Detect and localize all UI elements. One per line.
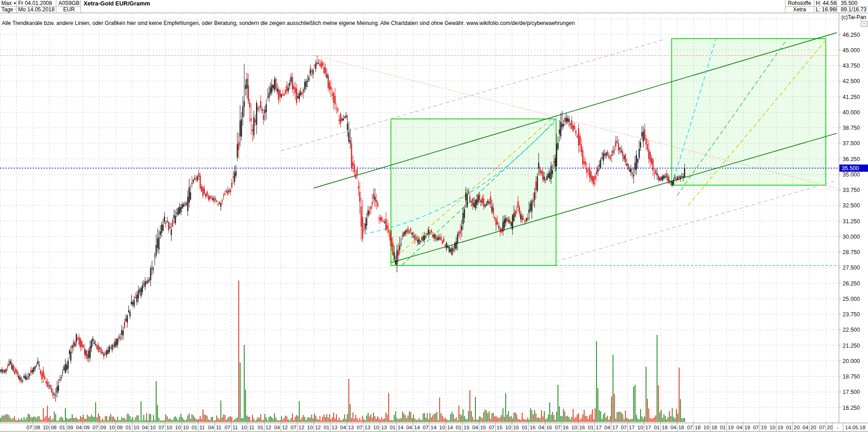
time-tick-label: 10 bbox=[175, 425, 181, 430]
time-tick-label: 10 bbox=[167, 425, 173, 430]
price-tick-label: 40.000 bbox=[843, 109, 860, 116]
time-tick-label: 07 bbox=[621, 425, 627, 430]
price-tick-label: 36.250 bbox=[843, 156, 860, 162]
time-tick-label: 17 bbox=[612, 425, 618, 430]
time-tick-label: 12 bbox=[282, 425, 288, 430]
time-tick-label: 14 bbox=[414, 425, 420, 430]
time-tick-label: 19 bbox=[728, 425, 734, 430]
time-tick-label: 07 bbox=[423, 425, 429, 430]
time-tick-label: 04 bbox=[340, 425, 346, 430]
time-tick-label: 07 bbox=[489, 425, 495, 430]
time-tick-label: 11 bbox=[216, 425, 222, 430]
time-tick-label: 07 bbox=[26, 425, 32, 430]
time-tick-label: 13 bbox=[381, 425, 387, 430]
time-tick-label: 14 bbox=[447, 425, 453, 430]
time-tick-label: 14 bbox=[431, 425, 437, 430]
time-tick-label: 10 bbox=[572, 425, 577, 430]
time-tick-label: 07 bbox=[291, 425, 296, 430]
time-tick-label: 07 bbox=[687, 425, 693, 430]
price-tick-label: 26.250 bbox=[843, 280, 860, 287]
time-tick-label: 18 bbox=[711, 425, 717, 430]
time-tick-label: 13 bbox=[348, 425, 354, 430]
trend-channel-boxes[interactable] bbox=[391, 39, 826, 265]
time-tick-label: 07 bbox=[158, 425, 164, 430]
time-tick-label: 01 bbox=[654, 425, 660, 430]
time-tick-label: 12 bbox=[266, 425, 271, 430]
price-tick-label: 41.250 bbox=[843, 94, 860, 100]
time-tick-label: 19 bbox=[745, 425, 750, 430]
time-tick-label: 04 bbox=[736, 425, 742, 430]
time-tick-label: 10 bbox=[133, 425, 139, 430]
time-tick-label: 15 bbox=[513, 425, 519, 430]
time-tick-label: 04 bbox=[274, 425, 280, 430]
price-tick-label: 23.750 bbox=[843, 311, 860, 318]
time-axis[interactable]: 0708100801090409070910090110041007101010… bbox=[0, 422, 868, 432]
time-tick-label: 04 bbox=[406, 425, 412, 430]
time-tick-label: 01 bbox=[522, 425, 528, 430]
plot-area[interactable] bbox=[0, 33, 839, 422]
trend-box-2018-2020[interactable] bbox=[672, 39, 826, 185]
time-tick-label: 01 bbox=[125, 425, 131, 430]
time-tick-label: 16 bbox=[579, 425, 585, 430]
last-price-badge-text: 35.500 bbox=[842, 165, 859, 172]
time-tick-label: 13 bbox=[331, 425, 337, 430]
time-tick-label: 04 bbox=[472, 425, 478, 430]
time-tick-label: 01 bbox=[59, 425, 65, 430]
chart-canvas[interactable]: 46.25045.00043.75042.50041.25040.00038.7… bbox=[0, 0, 868, 432]
time-tick-label: 18 bbox=[662, 425, 668, 430]
price-tick-label: 46.250 bbox=[843, 32, 860, 38]
time-tick-label: 04 bbox=[803, 425, 809, 430]
time-tick-label: 09 bbox=[84, 425, 90, 430]
time-tick-label: 16 bbox=[563, 425, 569, 430]
time-tick-label: 04 bbox=[142, 425, 148, 430]
time-tick-label: 09 bbox=[67, 425, 73, 430]
end-date-label: 14.05.18 bbox=[845, 425, 866, 430]
price-axis[interactable]: 46.25045.00043.75042.50041.25040.00038.7… bbox=[839, 13, 868, 432]
price-tick-label: 43.750 bbox=[843, 63, 860, 69]
time-tick-label: 20 bbox=[827, 425, 833, 430]
time-tick-label: 07 bbox=[93, 425, 99, 430]
time-tick-label: 17 bbox=[596, 425, 602, 430]
time-tick-label: 10 bbox=[505, 425, 511, 430]
time-tick-label: 04 bbox=[208, 425, 214, 430]
time-tick-label: 11 bbox=[232, 425, 238, 430]
time-tick-label: 11 bbox=[249, 425, 254, 430]
time-tick-label: 04 bbox=[604, 425, 610, 430]
time-tick-label: 15 bbox=[480, 425, 486, 430]
time-tick-label: 07 bbox=[357, 425, 363, 430]
time-tick-label: 10 bbox=[109, 425, 115, 430]
time-tick-label: 01 bbox=[192, 425, 197, 430]
price-tick-label: 37.500 bbox=[843, 140, 860, 147]
time-tick-label: 08 bbox=[35, 425, 40, 430]
time-tick-label: 01 bbox=[720, 425, 726, 430]
time-tick-label: 01 bbox=[786, 425, 792, 430]
time-tick-label: 07 bbox=[225, 425, 231, 430]
time-tick-label: 19 bbox=[777, 425, 783, 430]
collapse-icon[interactable]: − bbox=[861, 21, 868, 27]
time-tick-label: 12 bbox=[315, 425, 321, 430]
price-tick-label: 22.500 bbox=[843, 327, 860, 333]
time-tick-label: 10 bbox=[183, 425, 189, 430]
price-tick-label: 20.000 bbox=[843, 358, 860, 364]
time-tick-label: 08 bbox=[51, 425, 57, 430]
time-tick-label: 10 bbox=[307, 425, 313, 430]
price-tick-label: 25.000 bbox=[843, 296, 860, 302]
price-tick-label: 27.500 bbox=[843, 265, 860, 271]
time-tick-label: 01 bbox=[456, 425, 462, 430]
copyright-label: (c)Tai-Pan bbox=[841, 14, 866, 20]
price-tick-label: 21.250 bbox=[843, 343, 860, 349]
price-tick-label: 33.750 bbox=[843, 187, 860, 193]
price-tick-label: 30.000 bbox=[843, 234, 860, 240]
time-tick-label: 04 bbox=[671, 425, 676, 430]
time-tick-label: 16 bbox=[546, 425, 552, 430]
time-tick-label: 12 bbox=[299, 425, 305, 430]
time-tick-label: 17 bbox=[629, 425, 635, 430]
candlestick-series bbox=[0, 55, 685, 402]
time-tick-label: 07 bbox=[555, 425, 561, 430]
time-tick-label: 07 bbox=[753, 425, 759, 430]
price-tick-label: 32.500 bbox=[843, 202, 860, 209]
price-tick-label: 42.500 bbox=[843, 78, 860, 84]
time-tick-label: 16 bbox=[530, 425, 536, 430]
time-tick-label: 10 bbox=[373, 425, 379, 430]
time-tick-label: 18 bbox=[678, 425, 684, 430]
